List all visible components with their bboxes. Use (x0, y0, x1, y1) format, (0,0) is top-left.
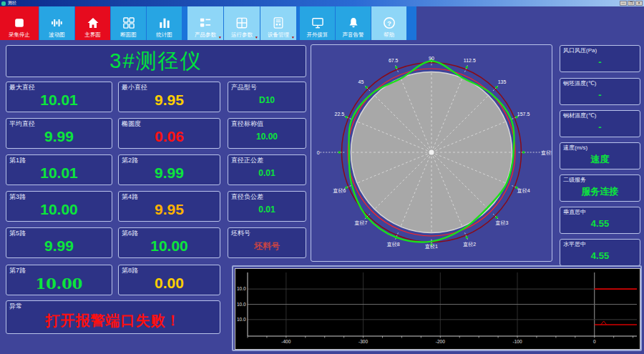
field-minus-tolerance: 直径负公差0.01 (228, 191, 306, 222)
toolbar-button-label: 断面图 (120, 32, 137, 38)
status-horizontal-center: 水平居中4.55 (560, 239, 640, 266)
status-speed: 速度(m/s)速度 (560, 142, 640, 169)
trend-chart: 10.010.010.0-400-300-200-1000 (235, 269, 640, 349)
field-path-1: 第1路10.01 (6, 154, 112, 185)
toolbar: 采集停止波动图主界面断面图统计图产品参数▼运行参数▼设备管理▼开外援算声音告警?… (0, 6, 416, 40)
status-value: 4.55 (562, 215, 638, 232)
status-value: - (562, 87, 638, 103)
trend-chart-panel: 10.010.010.0-400-300-200-1000 (232, 265, 642, 351)
restore-button[interactable]: ❐ (628, 1, 635, 6)
label-leader (344, 116, 351, 119)
angle-label: 135 (498, 79, 507, 84)
toolbar-button-label: 统计图 (156, 32, 172, 38)
toolbar-button-external-calc[interactable]: 开外援算 (300, 6, 335, 40)
toolbar-button-label: 运行参数 (231, 32, 253, 38)
field-billet-no: 坯料号坯料号 (228, 227, 306, 258)
field-value: 9.95 (120, 90, 218, 110)
label-marker (365, 217, 367, 219)
field-min-diameter: 最小直径9.95 (118, 82, 220, 112)
window-controls: — ❐ ✕ (620, 1, 643, 6)
toolbar-button-product-params[interactable]: 产品参数▼ (187, 6, 223, 40)
toolbar-button-stop-collect[interactable]: 采集停止 (0, 6, 39, 40)
angle-label: 45 (358, 79, 364, 84)
angle-label: 直径8 (387, 242, 400, 247)
field-path-6: 第6路10.00 (118, 227, 220, 258)
y-axis-label: 10.0 (237, 286, 246, 291)
bell-icon (346, 16, 361, 30)
close-button[interactable]: ✕ (635, 1, 643, 6)
minimize-button[interactable]: — (620, 1, 627, 6)
toolbar-button-stats-chart[interactable]: 统计图 (147, 6, 182, 40)
monitor-icon (311, 16, 325, 30)
center-hub (429, 150, 434, 155)
field-value: 打开报警端口失败！ (8, 309, 218, 332)
label-leader (465, 65, 468, 72)
field-value: 9.99 (8, 236, 110, 256)
status-l2-service: 二级服务服务连接 (560, 174, 640, 202)
status-vertical-center: 垂直居中4.55 (560, 207, 640, 234)
field-value: 10.00 (8, 273, 110, 293)
angle-label: 直径6 (333, 188, 346, 194)
home-icon (86, 16, 100, 30)
angle-label: 22.5 (335, 112, 345, 117)
field-path-7: 第7路10.00 (6, 265, 112, 295)
x-axis-label: 0 (593, 339, 596, 344)
svg-text:?: ? (387, 19, 391, 27)
status-steel-temp: 钢材温度(℃)- (560, 110, 640, 137)
toolbar-button-device-mgmt[interactable]: 设备管理▼ (260, 6, 296, 40)
angle-label: 0 (317, 150, 320, 155)
toolbar-button-label: 波动图 (49, 32, 65, 38)
field-value: D10 (230, 90, 304, 110)
angle-label: 直径1 (425, 244, 438, 250)
field-value: 0.06 (120, 127, 218, 147)
label-marker (365, 86, 367, 88)
angle-label: 直径7 (355, 220, 368, 226)
toolbar-button-label: 声音告警 (343, 32, 364, 38)
toolbar-button-help[interactable]: ?帮助 (371, 6, 406, 40)
y-axis-label: 10.0 (237, 302, 246, 307)
field-value: 坯料号 (230, 236, 304, 256)
status-value: 4.55 (562, 247, 638, 264)
field-max-diameter: 最大直径10.01 (6, 82, 112, 112)
label-leader (465, 232, 468, 240)
y-axis-label: 10.0 (237, 317, 246, 322)
field-product-model: 产品型号D10 (228, 82, 306, 112)
field-value: 0.01 (230, 163, 304, 183)
field-value: 9.99 (8, 127, 110, 147)
angle-label: 157.5 (517, 112, 530, 117)
help-icon: ? (382, 16, 396, 30)
toolbar-button-section-chart[interactable]: 断面图 (111, 6, 146, 40)
status-value: - (562, 54, 638, 70)
toolbar-button-wave-chart[interactable]: 波动图 (39, 6, 74, 40)
field-value: 10.01 (8, 163, 110, 183)
trend-chart-area: 10.010.010.0-400-300-200-1000 (235, 268, 640, 350)
angle-label: 67.5 (389, 58, 399, 63)
toolbar-button-run-params[interactable]: 运行参数▼ (224, 6, 260, 40)
x-axis-label: -200 (436, 339, 445, 344)
polar-profile-chart: 022.54567.590112.5135157.5直径5直径4直径3直径2直径… (311, 45, 552, 261)
cross-section-panel: 022.54567.590112.5135157.5直径5直径4直径3直径2直径… (311, 44, 552, 262)
field-abnormal: 异常打开报警端口失败！ (6, 300, 220, 334)
toolbar-button-main-screen[interactable]: 主界面 (75, 6, 110, 40)
field-path-2: 第2路9.99 (118, 154, 220, 185)
x-axis-label: -300 (358, 339, 368, 344)
window-grid-icon (235, 16, 249, 30)
field-path-8: 第8路0.00 (118, 265, 220, 295)
status-billet-temp: 钢坯温度(℃)- (560, 78, 640, 105)
angle-label: 90 (429, 56, 434, 61)
status-tuyere-pressure: 风口风压(Pa)- (560, 45, 640, 72)
toolbar-button-sound-alarm[interactable]: 声音告警 (336, 6, 371, 40)
label-marker (395, 236, 397, 238)
field-plus-tolerance: 直径正公差0.01 (228, 154, 306, 185)
stop-icon (12, 16, 26, 30)
section-grid-icon (122, 16, 136, 30)
label-marker (346, 116, 348, 118)
label-marker (466, 67, 468, 69)
field-value: 0.01 (230, 200, 304, 220)
field-path-3: 第3路10.00 (6, 191, 112, 222)
label-marker (466, 236, 468, 238)
app-icon (1, 1, 6, 6)
toolbar-button-label: 采集停止 (9, 32, 30, 38)
dropdown-arrow-icon: ▼ (255, 36, 258, 39)
status-value: - (562, 119, 638, 135)
